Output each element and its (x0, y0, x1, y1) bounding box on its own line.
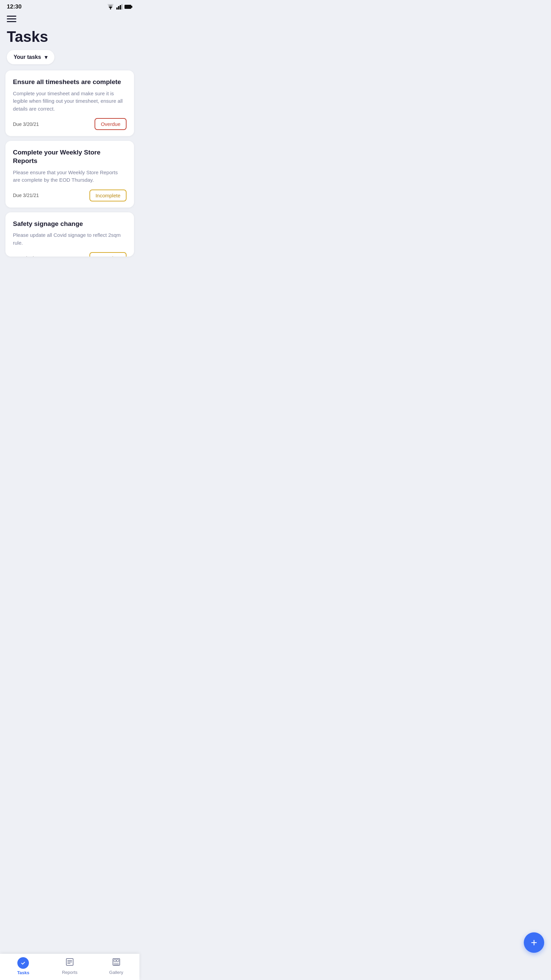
wifi-icon (107, 4, 114, 10)
filter-dropdown-label: Your tasks (14, 54, 41, 60)
task-title: Safety signage change (13, 220, 127, 228)
task-card[interactable]: Ensure all timesheets are complete Compl… (5, 70, 134, 136)
status-badge: Overdue (95, 118, 127, 130)
status-badge: Incomplete (89, 189, 127, 202)
page-title: Tasks (0, 22, 140, 50)
task-title: Ensure all timesheets are complete (13, 78, 127, 86)
status-icons (107, 4, 133, 10)
task-card[interactable]: Safety signage change Please update all … (5, 212, 134, 256)
svg-rect-9 (131, 6, 132, 8)
svg-rect-8 (124, 5, 131, 9)
task-due-date: Due 3/21/21 (13, 256, 39, 256)
status-bar: 12:30 (0, 0, 140, 12)
task-footer: Due 3/21/21 Incomplete (13, 252, 127, 256)
task-description: Complete your timesheet and make sure it… (13, 90, 127, 113)
task-due-date: Due 3/21/21 (13, 192, 39, 198)
svg-point-3 (110, 8, 111, 10)
svg-rect-6 (120, 5, 121, 10)
task-description: Please ensure that your Weekly Store Rep… (13, 169, 127, 184)
task-due-date: Due 3/20/21 (13, 121, 39, 127)
task-title: Complete your Weekly Store Reports (13, 148, 127, 165)
svg-marker-2 (107, 4, 114, 6)
task-description: Please update all Covid signage to refle… (13, 231, 127, 247)
svg-rect-5 (118, 6, 119, 10)
chevron-down-icon: ▾ (44, 53, 48, 61)
svg-rect-4 (116, 8, 118, 10)
task-footer: Due 3/20/21 Overdue (13, 118, 127, 130)
svg-rect-7 (121, 4, 122, 10)
task-card[interactable]: Complete your Weekly Store Reports Pleas… (5, 141, 134, 207)
hamburger-lines (7, 16, 16, 22)
tasks-list: Ensure all timesheets are complete Compl… (0, 70, 140, 291)
signal-icon (116, 4, 122, 10)
status-badge: Incomplete (89, 252, 127, 256)
hamburger-menu-button[interactable] (0, 12, 140, 22)
status-time: 12:30 (7, 3, 21, 10)
task-footer: Due 3/21/21 Incomplete (13, 189, 127, 202)
battery-icon (124, 5, 133, 9)
filter-dropdown[interactable]: Your tasks ▾ (7, 50, 54, 64)
